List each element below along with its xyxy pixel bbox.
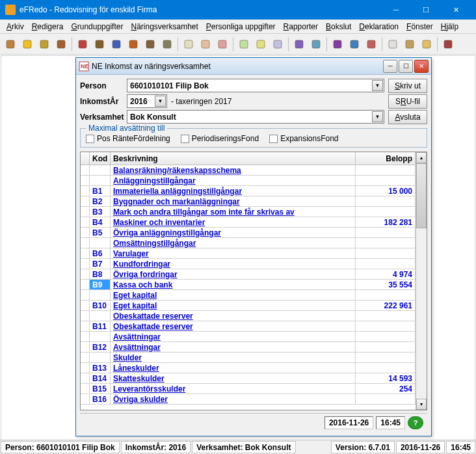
menu-fönster[interactable]: Fönster [403, 21, 437, 33]
checkbox-icon[interactable] [86, 135, 94, 143]
grid-icon[interactable] [364, 36, 379, 52]
menu-hjälp[interactable]: Hjälp [437, 21, 462, 33]
chevron-down-icon[interactable]: ▼ [155, 96, 166, 107]
table-scrollbar[interactable]: ▴ ▾ [416, 152, 427, 410]
menu-deklaration[interactable]: Deklaration [355, 21, 403, 33]
open-icon[interactable] [402, 36, 417, 52]
menu-personliga uppgifter[interactable]: Personliga uppgifter [202, 21, 280, 33]
table-row[interactable]: B12Avsättningar [81, 342, 416, 353]
cube2-icon[interactable] [308, 36, 324, 52]
note-icon[interactable] [419, 36, 434, 52]
row-desc[interactable]: Eget kapital [111, 290, 356, 300]
doc2-icon[interactable] [253, 36, 269, 52]
menu-grunduppgifter[interactable]: Grunduppgifter [67, 21, 127, 33]
row-desc[interactable]: Obeskattade reserver [111, 311, 356, 321]
form2-icon[interactable] [198, 36, 213, 52]
menu-rapporter[interactable]: Rapporter [280, 21, 322, 33]
close-button[interactable]: ✕ [441, 0, 471, 20]
row-desc[interactable]: Övriga fordringar [111, 269, 356, 279]
chart-icon[interactable] [109, 36, 124, 52]
table-row[interactable]: B1Immateriella anläggningstillgångar15 0… [81, 186, 416, 196]
row-desc[interactable]: Anläggningstillgångar [111, 176, 356, 185]
row-desc[interactable]: Byggnader och markanläggningar [111, 196, 356, 206]
table-row[interactable]: B11Obeskattade reserver [81, 321, 416, 332]
dialog-maximize-button[interactable]: ☐ [399, 60, 413, 73]
table-row[interactable]: Anläggningstillgångar [81, 176, 416, 186]
row-desc[interactable]: Avsättningar [111, 342, 356, 352]
pencil-icon[interactable] [126, 36, 141, 52]
minimize-button[interactable]: ─ [381, 0, 411, 20]
row-desc[interactable]: Kundfordringar [111, 259, 356, 269]
table-row[interactable]: B7Kundfordringar [81, 259, 416, 269]
menu-redigera[interactable]: Redigera [28, 21, 68, 33]
verksamhet-combo[interactable]: Bok Konsult ▼ [127, 110, 384, 124]
row-desc[interactable]: Leverantörsskulder [111, 384, 356, 394]
row-desc[interactable]: Kassa och bank [111, 280, 356, 289]
table-row[interactable]: Omsättningstillgångar [81, 238, 416, 248]
help-icon[interactable]: ? [408, 416, 423, 429]
row-desc[interactable]: Övriga anläggningstillgångar [111, 228, 356, 237]
menu-arkiv[interactable]: Arkiv [3, 21, 28, 33]
menu-bokslut[interactable]: Bokslut [322, 21, 355, 33]
books2-icon[interactable] [92, 36, 107, 52]
row-desc[interactable]: Eget kapital [111, 300, 356, 310]
dialog-minimize-button[interactable]: ─ [383, 60, 397, 73]
row-desc[interactable]: Avsättningar [111, 332, 356, 341]
row-desc[interactable]: Varulager [111, 248, 356, 258]
close-dialog-button[interactable]: Avsluta [388, 110, 427, 124]
row-desc[interactable]: Obeskattade reserver [111, 321, 356, 331]
year-combo[interactable]: 2016 ▼ [127, 94, 167, 108]
row-desc[interactable]: Omsättningstillgångar [111, 238, 356, 248]
check-2[interactable]: ExpansionsFond [269, 134, 338, 143]
table-row[interactable]: Obeskattade reserver [81, 311, 416, 321]
sru-button[interactable]: SRU-fil [388, 94, 427, 109]
form1-icon[interactable] [181, 36, 196, 52]
books-icon[interactable] [3, 36, 18, 52]
menu-näringsverksamhet[interactable]: Näringsverksamhet [127, 21, 202, 33]
chevron-down-icon[interactable]: ▼ [372, 80, 383, 91]
scroll-up-button[interactable]: ▴ [416, 152, 427, 163]
table-row[interactable]: B2Byggnader och markanläggningar [81, 196, 416, 207]
brush-icon[interactable] [142, 36, 158, 52]
check-0[interactable]: Pos RänteFördelning [86, 134, 170, 143]
book-red-icon[interactable] [75, 36, 90, 52]
table-row[interactable]: Balansräkning/räkenskapsschema [81, 165, 416, 176]
row-desc[interactable]: Övriga skulder [111, 394, 356, 404]
row-desc[interactable]: Mark och andra tillgångar som inte får s… [111, 207, 356, 217]
table-row[interactable]: Skulder [81, 353, 416, 363]
maximize-button[interactable]: ☐ [411, 0, 441, 20]
page-icon[interactable] [385, 36, 401, 52]
table-row[interactable]: B10Eget kapital222 961 [81, 300, 416, 311]
table-row[interactable]: Eget kapital [81, 290, 416, 300]
checkbox-icon[interactable] [269, 135, 278, 143]
coin-icon[interactable] [36, 36, 52, 52]
row-desc[interactable]: Immateriella anläggningstillgångar [111, 186, 356, 196]
table-row[interactable]: B4Maskiner och inventarier182 281 [81, 217, 416, 228]
cube1-icon[interactable] [291, 36, 307, 52]
doc1-icon[interactable] [236, 36, 252, 52]
row-desc[interactable]: Skulder [111, 353, 356, 362]
table-row[interactable]: Avsättningar [81, 332, 416, 342]
form3-icon[interactable] [215, 36, 230, 52]
tool-icon[interactable] [159, 36, 175, 52]
table-row[interactable]: B16Övriga skulder [81, 394, 416, 405]
table-row[interactable]: B3Mark och andra tillgångar som inte får… [81, 207, 416, 217]
table-row[interactable]: B9Kassa och bank35 554 [81, 280, 416, 290]
row-desc[interactable]: Maskiner och inventarier [111, 217, 356, 227]
person-combo[interactable]: 6601010101 Filip Bok ▼ [127, 79, 384, 92]
print-button[interactable]: Skriv ut [388, 79, 427, 93]
checkbox-icon[interactable] [181, 135, 189, 143]
row-desc[interactable]: Skatteskulder [111, 373, 356, 383]
table-row[interactable]: B15Leverantörsskulder254 [81, 384, 416, 394]
row-desc[interactable]: Balansräkning/räkenskapsschema [111, 165, 356, 175]
bars-icon[interactable] [347, 36, 362, 52]
row-desc[interactable]: Låneskulder [111, 363, 356, 373]
scroll-thumb[interactable] [416, 163, 427, 228]
graph-icon[interactable] [330, 36, 345, 52]
check-1[interactable]: PeriodiseringsFond [181, 134, 259, 143]
chevron-down-icon[interactable]: ▼ [372, 111, 383, 122]
scroll-down-button[interactable]: ▾ [416, 399, 427, 410]
table-row[interactable]: B8Övriga fordringar4 974 [81, 269, 416, 280]
table-row[interactable]: B14Skatteskulder14 593 [81, 373, 416, 384]
doc3-icon[interactable] [270, 36, 285, 52]
